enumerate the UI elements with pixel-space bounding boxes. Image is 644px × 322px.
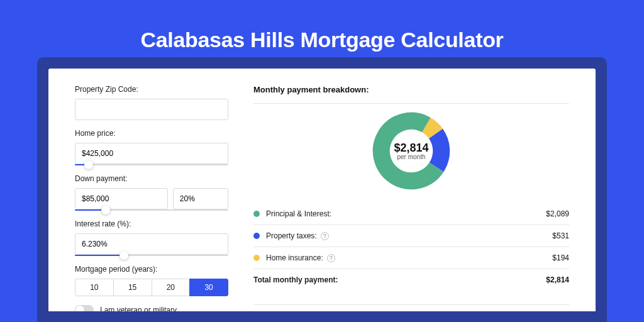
mortgage-period-buttons: 10152030 (75, 279, 228, 296)
divider (253, 269, 569, 269)
breakdown-title: Monthly payment breakdown: (253, 85, 569, 94)
calculator-panel: Property Zip Code: Home price: Down paym… (48, 69, 596, 311)
breakdown-item-value: $194 (552, 253, 569, 262)
zip-input[interactable] (75, 99, 228, 120)
down-payment-group: Down payment: (75, 174, 228, 211)
mortgage-period-group: Mortgage period (years): 10152030 (75, 265, 228, 296)
breakdown-row: Principal & Interest:$2,089 (253, 204, 569, 223)
page-title: Calabasas Hills Mortgage Calculator (0, 0, 644, 69)
mortgage-period-label: Mortgage period (years): (75, 265, 228, 274)
period-button-15[interactable]: 15 (113, 279, 152, 296)
donut-center: $2,814 per month (372, 111, 451, 191)
breakdown-row: Property taxes:?$531 (253, 226, 569, 245)
breakdown-item-label: Property taxes: (266, 231, 317, 240)
period-button-20[interactable]: 20 (152, 279, 191, 296)
veteran-row: I am veteran or military (75, 305, 228, 311)
legend-bullet (253, 255, 260, 261)
legend-bullet (253, 233, 260, 239)
veteran-label: I am veteran or military (100, 306, 177, 311)
home-price-label: Home price: (75, 129, 228, 138)
home-price-group: Home price: (75, 129, 228, 165)
form-column: Property Zip Code: Home price: Down paym… (75, 85, 228, 311)
down-payment-input[interactable] (75, 188, 168, 209)
home-price-input[interactable] (75, 143, 228, 164)
breakdown-item-label: Principal & Interest: (266, 209, 331, 218)
divider (253, 103, 569, 104)
veteran-toggle[interactable] (75, 305, 94, 311)
donut-chart-wrap: $2,814 per month (253, 111, 569, 191)
interest-rate-label: Interest rate (%): (75, 219, 228, 228)
down-payment-label: Down payment: (75, 174, 228, 183)
home-price-slider[interactable] (75, 164, 228, 165)
total-row: Total monthly payment: $2,814 (253, 270, 569, 289)
interest-rate-input[interactable] (75, 233, 228, 255)
total-label: Total monthly payment: (253, 275, 338, 284)
period-button-30[interactable]: 30 (189, 279, 228, 296)
period-button-10[interactable]: 10 (75, 279, 114, 296)
amortization-title: Amortization for mortgage loan (253, 304, 569, 311)
interest-rate-group: Interest rate (%): (75, 219, 228, 256)
breakdown-row: Home insurance:?$194 (253, 248, 569, 267)
down-payment-slider[interactable] (75, 209, 228, 211)
zip-label: Property Zip Code: (75, 85, 228, 94)
donut-sublabel: per month (397, 153, 425, 160)
divider (253, 225, 569, 225)
donut-chart: $2,814 per month (372, 111, 451, 191)
breakdown-item-value: $2,089 (546, 209, 569, 218)
interest-rate-slider[interactable] (75, 255, 228, 256)
divider (253, 247, 569, 247)
total-value: $2,814 (546, 275, 569, 284)
info-icon[interactable]: ? (327, 254, 335, 262)
breakdown-column: Monthly payment breakdown: $2,814 per mo… (253, 85, 569, 311)
info-icon[interactable]: ? (321, 232, 329, 240)
donut-value: $2,814 (394, 142, 428, 155)
breakdown-item-label: Home insurance: (266, 253, 323, 262)
down-payment-pct-input[interactable] (173, 188, 228, 209)
legend-bullet (253, 211, 260, 217)
zip-group: Property Zip Code: (75, 85, 228, 120)
breakdown-item-value: $531 (552, 231, 569, 240)
